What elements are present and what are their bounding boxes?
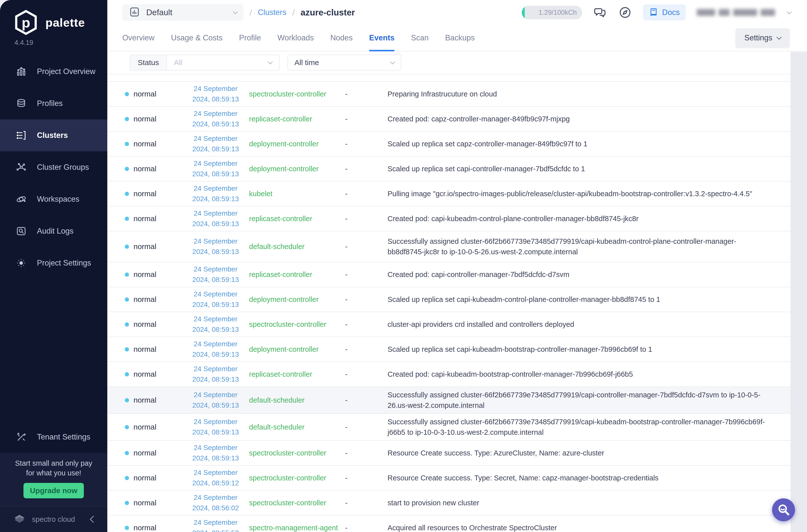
event-message: Resource Create success. Type: AzureClus… <box>387 448 771 458</box>
breadcrumb-separator: / <box>292 8 294 17</box>
event-status: normal <box>133 115 157 123</box>
usage-value: 1.29/100kCh <box>538 9 577 16</box>
event-timestamp: 24 September2024, 08:59:13 <box>182 264 249 285</box>
project-selector[interactable]: Default <box>122 4 243 21</box>
event-status: normal <box>133 423 157 431</box>
orbit-icon <box>16 193 27 205</box>
event-row[interactable]: normal 24 September2024, 08:59:13 replic… <box>107 362 790 387</box>
time-range-select[interactable]: All time <box>288 55 401 71</box>
sidebar-item-workspaces[interactable]: Workspaces <box>0 183 107 215</box>
tab-profile[interactable]: Profile <box>239 25 261 51</box>
sidebar-item-project-settings[interactable]: Project Settings <box>0 247 107 279</box>
event-source: replicaset-controller <box>249 369 345 379</box>
event-row[interactable]: normal 24 September2024, 08:59:13 defaul… <box>107 231 790 262</box>
layers-icon <box>16 98 27 109</box>
docs-button[interactable]: Docs <box>643 4 686 20</box>
event-row[interactable]: normal 24 September2024, 08:55:52 spectr… <box>107 516 790 532</box>
sidebar-item-project-overview[interactable]: Project Overview <box>0 56 107 88</box>
chevron-down-icon <box>233 9 238 14</box>
status-dot-icon <box>125 117 129 121</box>
sidebar-item-audit-logs[interactable]: Audit Logs <box>0 215 107 247</box>
palette-app: p palette 4.4.19 Project Overview Profil… <box>0 0 807 532</box>
event-source: spectrocluster-controller <box>249 319 345 329</box>
breadcrumb-clusters-link[interactable]: Clusters <box>258 8 286 17</box>
event-involved-object: - <box>345 320 387 328</box>
tab-nodes[interactable]: Nodes <box>330 25 353 51</box>
scrollbar-track[interactable] <box>790 52 807 532</box>
user-menu-chevron-icon[interactable] <box>787 9 792 14</box>
status-filter: Status All <box>130 55 279 71</box>
collapse-sidebar-icon[interactable] <box>90 516 97 523</box>
project-name: Default <box>146 8 227 17</box>
event-status: normal <box>133 242 157 251</box>
event-message: Scaled up replica set capi-controller-ma… <box>387 164 771 174</box>
event-timestamp: 24 September2024, 08:59:12 <box>182 468 249 488</box>
chevron-down-icon <box>776 35 782 40</box>
event-row[interactable]: normal 24 September2024, 08:59:12 spectr… <box>107 466 790 491</box>
tab-backups[interactable]: Backups <box>445 25 475 51</box>
event-status: normal <box>133 139 157 148</box>
event-row[interactable]: normal 24 September2024, 08:59:13 spectr… <box>107 82 790 107</box>
event-timestamp: 24 September2024, 08:59:13 <box>182 158 249 179</box>
event-involved-object: - <box>345 296 387 304</box>
event-status: normal <box>133 90 157 98</box>
event-source: deployment-controller <box>249 139 345 149</box>
event-involved-object: - <box>345 165 387 173</box>
event-row[interactable]: normal 24 September2024, 08:59:13 deploy… <box>107 287 790 312</box>
event-row[interactable]: normal 24 September2024, 08:59:13 defaul… <box>107 414 790 441</box>
brand: p palette <box>13 10 85 35</box>
tab-workloads[interactable]: Workloads <box>277 25 314 51</box>
event-row[interactable]: normal 24 September2024, 08:59:13 spectr… <box>107 441 790 466</box>
event-row[interactable]: normal 24 September2024, 08:59:13 kubele… <box>107 182 790 206</box>
tab-scan[interactable]: Scan <box>411 25 429 51</box>
user-account-redacted[interactable] <box>697 9 775 16</box>
event-source: replicaset-controller <box>249 114 345 124</box>
breadcrumb-separator: / <box>250 8 252 17</box>
event-timestamp: 24 September2024, 08:56:02 <box>182 492 249 513</box>
event-source: default-scheduler <box>249 422 345 432</box>
status-dot-icon <box>125 217 129 221</box>
tab-events[interactable]: Events <box>369 25 395 51</box>
sidebar-item-cluster-groups[interactable]: Cluster Groups <box>0 151 107 183</box>
event-message: Created pod: capi-kubeadm-bootstrap-cont… <box>387 369 771 379</box>
sidebar-menu: Project Overview Profiles Clusters Clust… <box>0 56 107 279</box>
feedback-chat-icon[interactable] <box>593 5 607 19</box>
event-filters: Status All All time <box>107 51 790 74</box>
tab-usage-costs[interactable]: Usage & Costs <box>171 25 223 51</box>
settings-button[interactable]: Settings <box>736 28 790 48</box>
status-dot-icon <box>125 425 129 429</box>
status-filter-select[interactable]: All <box>167 55 279 70</box>
tabs: Overview Usage & Costs Profile Workloads… <box>122 25 475 51</box>
footer-brand: spectro cloud <box>32 515 85 524</box>
status-dot-icon <box>125 298 129 302</box>
sidebar-item-tenant-settings[interactable]: Tenant Settings <box>0 421 107 453</box>
event-row[interactable]: normal 24 September2024, 08:56:02 spectr… <box>107 491 790 516</box>
search-fab-button[interactable] <box>772 498 795 521</box>
status-dot-icon <box>125 272 129 277</box>
event-row[interactable]: normal 24 September2024, 08:59:13 replic… <box>107 107 790 132</box>
event-row[interactable]: normal 24 September2024, 08:59:13 defaul… <box>107 387 790 414</box>
sidebar-item-clusters[interactable]: Clusters <box>0 119 107 151</box>
event-row[interactable]: normal 24 September2024, 08:59:13 spectr… <box>107 312 790 337</box>
event-row[interactable]: normal 24 September2024, 08:59:13 replic… <box>107 262 790 287</box>
event-involved-object: - <box>345 115 387 123</box>
event-row[interactable]: normal 24 September2024, 08:59:13 replic… <box>107 206 790 231</box>
upgrade-now-button[interactable]: Upgrade now <box>23 483 84 498</box>
event-involved-object: - <box>345 396 387 404</box>
event-row[interactable]: normal 24 September2024, 08:59:13 deploy… <box>107 156 790 182</box>
event-row[interactable]: normal 24 September2024, 08:59:13 deploy… <box>107 132 790 156</box>
event-timestamp: 24 September2024, 08:59:13 <box>182 339 249 360</box>
event-status: normal <box>133 270 157 279</box>
audit-icon <box>16 225 27 237</box>
tab-overview[interactable]: Overview <box>122 25 154 51</box>
promo-line2: for what you use! <box>0 468 107 478</box>
event-status: normal <box>133 524 157 532</box>
explore-compass-icon[interactable] <box>618 5 632 19</box>
event-status: normal <box>133 165 157 173</box>
event-involved-object: - <box>345 474 387 482</box>
event-source: spectrocluster-controller <box>249 89 345 99</box>
event-row[interactable]: normal 24 September2024, 08:59:13 deploy… <box>107 337 790 362</box>
sidebar-item-profiles[interactable]: Profiles <box>0 88 107 119</box>
cluster-tabs-bar: Overview Usage & Costs Profile Workloads… <box>107 25 807 51</box>
event-timestamp: 24 September2024, 08:59:13 <box>182 314 249 335</box>
